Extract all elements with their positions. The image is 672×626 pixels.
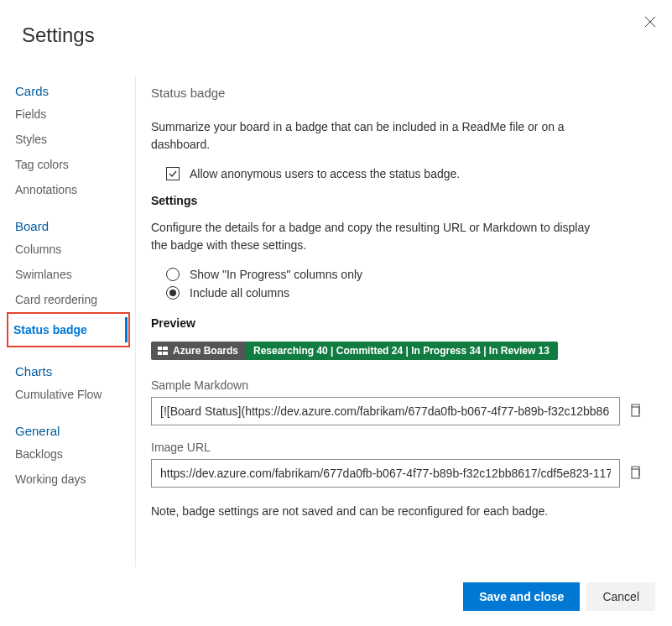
columns-option-inprogress-label: Show "In Progress" columns only — [190, 268, 362, 281]
copy-icon — [628, 404, 642, 417]
image-url-input[interactable] — [151, 459, 620, 488]
copy-icon — [628, 466, 642, 479]
close-icon[interactable] — [643, 15, 657, 29]
badge-left-text: Azure Boards — [173, 345, 238, 357]
svg-rect-3 — [163, 347, 168, 350]
nav-item-columns[interactable]: Columns — [12, 237, 135, 262]
preview-subheading: Preview — [151, 316, 643, 330]
nav-item-card-reordering[interactable]: Card reordering — [12, 287, 135, 312]
columns-option-all-label: Include all columns — [190, 286, 289, 300]
sample-markdown-label: Sample Markdown — [151, 378, 643, 392]
svg-rect-5 — [163, 352, 168, 355]
dialog-title: Settings — [0, 0, 672, 54]
nav-item-swimlanes[interactable]: Swimlanes — [12, 262, 135, 287]
settings-subheading: Settings — [151, 194, 643, 207]
nav-item-status-badge[interactable]: Status badge — [10, 317, 127, 342]
settings-sidebar: Cards Fields Styles Tag colors Annotatio… — [0, 76, 136, 567]
svg-rect-7 — [632, 469, 639, 478]
nav-item-label: Status badge — [13, 323, 87, 336]
note-text: Note, badge settings are not saved and c… — [151, 503, 643, 520]
nav-item-fields[interactable]: Fields — [12, 102, 135, 127]
nav-heading-charts[interactable]: Charts — [12, 359, 135, 382]
badge-right-text: Researching 40 | Committed 24 | In Progr… — [245, 342, 558, 360]
settings-main: Status badge Summarize your board in a b… — [136, 76, 672, 567]
nav-item-backlogs[interactable]: Backlogs — [12, 441, 135, 467]
nav-active-indicator — [125, 317, 128, 342]
nav-heading-cards[interactable]: Cards — [12, 79, 135, 102]
copy-imageurl-button[interactable] — [628, 466, 643, 481]
columns-option-inprogress-radio[interactable] — [166, 268, 180, 281]
status-badge-preview: Azure Boards Researching 40 | Committed … — [151, 342, 558, 360]
nav-item-annotations[interactable]: Annotations — [12, 177, 135, 202]
svg-rect-6 — [632, 407, 639, 416]
cancel-button[interactable]: Cancel — [586, 582, 655, 611]
nav-item-tag-colors[interactable]: Tag colors — [12, 152, 135, 177]
nav-heading-general[interactable]: General — [12, 419, 135, 441]
allow-anonymous-checkbox[interactable] — [166, 167, 180, 180]
nav-item-status-badge-highlight: Status badge — [7, 312, 130, 347]
nav-item-styles[interactable]: Styles — [12, 127, 135, 152]
sample-markdown-input[interactable] — [151, 397, 620, 425]
nav-heading-board[interactable]: Board — [12, 214, 135, 237]
columns-option-all-radio[interactable] — [166, 286, 180, 300]
svg-rect-4 — [158, 352, 162, 355]
page-title: Status badge — [151, 86, 643, 100]
nav-item-cumulative-flow[interactable]: Cumulative Flow — [12, 382, 135, 407]
allow-anonymous-label: Allow anonymous users to access the stat… — [190, 167, 460, 180]
save-and-close-button[interactable]: Save and close — [463, 582, 580, 611]
settings-description: Configure the details for a badge and co… — [151, 219, 604, 254]
copy-markdown-button[interactable] — [628, 404, 643, 419]
image-url-label: Image URL — [151, 441, 643, 454]
nav-item-working-days[interactable]: Working days — [12, 467, 135, 492]
svg-rect-2 — [158, 347, 162, 350]
azure-boards-icon — [158, 346, 168, 356]
page-description: Summarize your board in a badge that can… — [151, 118, 604, 154]
